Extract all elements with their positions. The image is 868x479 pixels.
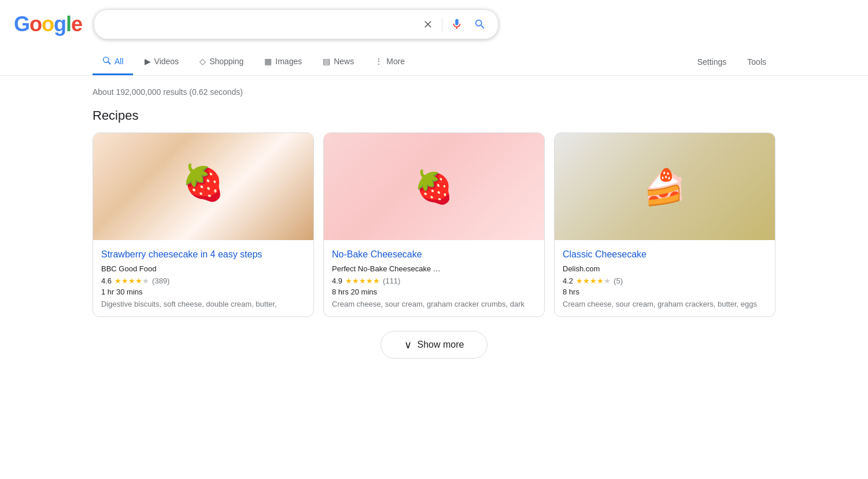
stars-2: ★★★★★: [576, 277, 611, 285]
stars-0: ★★★★★: [114, 277, 149, 285]
recipe-source-2: Delish.com: [563, 264, 767, 273]
tab-shopping[interactable]: ◇ Shopping: [190, 50, 253, 75]
logo-letter: g: [54, 12, 66, 36]
recipe-time-1: 8 hrs 20 mins: [332, 288, 536, 296]
show-more-label: Show more: [418, 340, 464, 350]
recipe-info-0: Strawberry cheesecake in 4 easy steps BB…: [93, 240, 313, 316]
recipe-rating-1: 4.9 ★★★★★ (111): [332, 277, 536, 285]
search-bar: how to make a cheesecake: [94, 9, 498, 39]
recipe-ingredients-2: Cream cheese, sour cream, graham cracker…: [563, 300, 767, 308]
recipe-card-1[interactable]: No-Bake Cheesecake Perfect No-Bake Chees…: [323, 132, 545, 317]
recipe-card-2[interactable]: Classic Cheesecake Delish.com 4.2 ★★★★★ …: [554, 132, 775, 317]
logo-letter: o: [42, 12, 54, 36]
logo-letter: e: [71, 12, 82, 36]
recipe-ingredients-1: Cream cheese, sour cream, graham cracker…: [332, 300, 536, 308]
recipe-source-1: Perfect No-Bake Cheesecake …: [332, 264, 536, 273]
videos-icon: ▶: [145, 57, 151, 66]
rating-count-0: (389): [152, 277, 169, 285]
recipe-rating-2: 4.2 ★★★★★ (5): [563, 277, 767, 285]
recipe-card-0[interactable]: Strawberry cheesecake in 4 easy steps BB…: [93, 132, 314, 317]
tab-images-label: Images: [275, 57, 302, 66]
voice-search-button[interactable]: [448, 16, 466, 33]
tab-shopping-label: Shopping: [209, 57, 243, 66]
images-icon: ▦: [264, 57, 272, 66]
rating-score-1: 4.9: [332, 277, 342, 285]
svg-line-1: [108, 62, 110, 64]
google-logo: Google: [14, 12, 82, 36]
rating-count-2: (5): [614, 277, 623, 285]
rating-score-0: 4.6: [101, 277, 112, 285]
recipe-info-1: No-Bake Cheesecake Perfect No-Bake Chees…: [324, 240, 544, 316]
results-count: About 192,000,000 results (0.62 seconds): [93, 87, 775, 97]
chevron-down-icon: ∨: [404, 338, 412, 351]
tab-videos[interactable]: ▶ Videos: [135, 50, 189, 75]
logo-letter: o: [29, 12, 42, 36]
tab-all[interactable]: All: [93, 49, 133, 75]
recipe-time-0: 1 hr 30 mins: [101, 288, 305, 296]
shopping-icon: ◇: [200, 57, 206, 66]
tab-videos-label: Videos: [154, 57, 179, 66]
recipe-image-2: [555, 133, 775, 240]
search-input[interactable]: how to make a cheesecake: [104, 19, 414, 30]
show-more-button[interactable]: ∨ Show more: [381, 331, 488, 359]
recipe-title-0: Strawberry cheesecake in 4 easy steps: [101, 248, 305, 261]
nav-tabs: All ▶ Videos ◇ Shopping ▦ Images ▤ News …: [0, 49, 868, 76]
tab-all-label: All: [114, 57, 124, 66]
nav-right: Settings Tools: [688, 50, 775, 73]
recipe-info-2: Classic Cheesecake Delish.com 4.2 ★★★★★ …: [555, 240, 775, 316]
recipe-image-0: [93, 133, 313, 240]
logo-letter: G: [14, 12, 29, 36]
search-divider: [442, 17, 442, 31]
tools-link[interactable]: Tools: [738, 50, 775, 73]
tab-more-label: More: [386, 57, 405, 66]
settings-link[interactable]: Settings: [688, 50, 736, 73]
tab-more[interactable]: ⋮ More: [365, 50, 414, 75]
all-icon: [102, 56, 111, 67]
show-more-wrapper: ∨ Show more: [93, 317, 775, 373]
clear-search-button[interactable]: [420, 16, 436, 32]
recipe-cards-container: Strawberry cheesecake in 4 easy steps BB…: [93, 132, 775, 317]
recipe-ingredients-0: Digestive biscuits, soft cheese, double …: [101, 300, 305, 308]
tab-news-label: News: [334, 57, 354, 66]
recipes-section-title: Recipes: [93, 108, 775, 123]
tab-images[interactable]: ▦ Images: [255, 50, 311, 75]
news-icon: ▤: [323, 57, 330, 66]
recipe-time-2: 8 hrs: [563, 288, 767, 296]
search-submit-button[interactable]: [471, 16, 489, 33]
stars-1: ★★★★★: [345, 277, 380, 285]
search-icons: [420, 16, 489, 33]
search-bar-wrapper: how to make a cheesecake: [94, 9, 498, 39]
more-icon: ⋮: [375, 57, 383, 66]
recipe-source-0: BBC Good Food: [101, 264, 305, 273]
recipe-image-1: [324, 133, 544, 240]
logo-letter: l: [66, 12, 71, 36]
recipe-title-2: Classic Cheesecake: [563, 248, 767, 261]
results-area: About 192,000,000 results (0.62 seconds)…: [0, 76, 868, 384]
rating-count-1: (111): [383, 277, 400, 285]
header: Google how to make a cheesecake: [0, 0, 868, 49]
recipe-title-1: No-Bake Cheesecake: [332, 248, 536, 261]
tab-news[interactable]: ▤ News: [313, 50, 363, 75]
rating-score-2: 4.2: [563, 277, 573, 285]
recipe-rating-0: 4.6 ★★★★★ (389): [101, 277, 305, 285]
